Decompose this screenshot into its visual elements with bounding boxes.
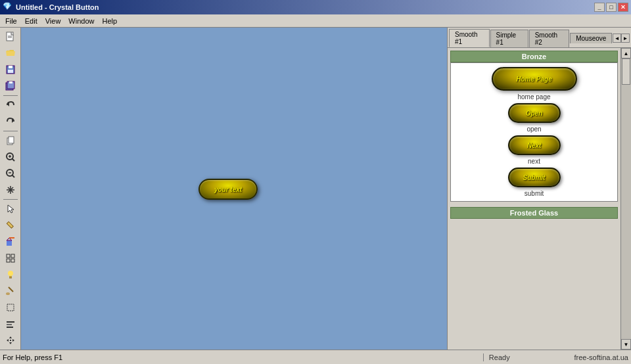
tab-nav-prev[interactable]: ◄ xyxy=(613,34,621,43)
svg-marker-46 xyxy=(12,339,14,342)
status-watermark: free-softina.at.ua xyxy=(574,353,628,361)
style-btn-homepage-text: Home Page xyxy=(516,76,551,83)
menu-window[interactable]: Window xyxy=(64,16,98,26)
separator-2 xyxy=(3,131,18,131)
panel-content: Bronze Home Page home page Open open xyxy=(448,48,631,350)
toolbar xyxy=(0,28,21,350)
svg-rect-27 xyxy=(7,240,12,246)
statusbar: For Help, press F1 Ready free-softina.at… xyxy=(0,350,631,364)
svg-rect-30 xyxy=(7,254,10,258)
menu-file[interactable]: File xyxy=(1,16,21,26)
tool-grid[interactable] xyxy=(3,250,18,266)
minimize-button[interactable]: _ xyxy=(594,3,605,12)
svg-rect-33 xyxy=(11,259,14,262)
app-icon: 💎 xyxy=(3,2,13,12)
tab-simple1[interactable]: Simple #1 xyxy=(490,30,528,47)
tool-redo[interactable] xyxy=(3,114,18,129)
svg-rect-41 xyxy=(7,324,12,325)
homepage-label: home page xyxy=(517,93,550,101)
close-button[interactable]: ✕ xyxy=(618,3,628,12)
titlebar-buttons: _ □ ✕ xyxy=(594,3,628,12)
panel-scrollbar: ▲ ▼ xyxy=(620,48,631,350)
tool-fill[interactable] xyxy=(3,234,18,250)
tool-undo[interactable] xyxy=(3,97,18,113)
style-btn-submit-text: Submit xyxy=(523,174,546,181)
panel-inner: Bronze Home Page home page Open open xyxy=(448,48,620,350)
tool-saveall[interactable] xyxy=(3,78,18,94)
status-ready: Ready free-softina.at.ua xyxy=(484,353,628,361)
bronze-content: Home Page home page Open open Next next xyxy=(450,62,618,202)
menu-help[interactable]: Help xyxy=(98,16,121,26)
tool-save[interactable] xyxy=(3,62,18,78)
titlebar-title: Untitled - Crystal Button xyxy=(16,3,99,11)
scroll-thumb[interactable] xyxy=(622,58,630,85)
tool-lightbulb[interactable] xyxy=(3,267,18,283)
tab-nav-next[interactable]: ► xyxy=(621,34,630,43)
style-btn-homepage[interactable]: Home Page xyxy=(492,67,577,91)
svg-rect-32 xyxy=(7,259,10,262)
submit-label: submit xyxy=(525,190,544,197)
svg-point-38 xyxy=(6,292,10,295)
style-btn-open[interactable]: Open xyxy=(508,103,561,123)
style-btn-open-text: Open xyxy=(526,110,543,117)
menu-edit[interactable]: Edit xyxy=(21,16,41,26)
style-btn-submit[interactable]: Submit xyxy=(508,168,561,187)
tab-smooth1[interactable]: Smooth #1 xyxy=(449,29,490,47)
frosted-section: Frosted Glass xyxy=(450,207,618,219)
scroll-down-button[interactable]: ▼ xyxy=(621,339,631,350)
tool-magic[interactable] xyxy=(3,182,18,198)
svg-rect-39 xyxy=(7,304,14,311)
tab-mouseover[interactable]: Mouseove xyxy=(570,33,612,43)
tool-pencil[interactable] xyxy=(3,217,18,233)
tool-copy[interactable] xyxy=(3,133,18,148)
svg-marker-43 xyxy=(9,336,12,338)
tool-zoom-in[interactable] xyxy=(3,149,18,165)
tool-move[interactable] xyxy=(3,332,18,348)
svg-rect-31 xyxy=(11,254,14,258)
scroll-up-button[interactable]: ▲ xyxy=(621,48,631,58)
svg-line-37 xyxy=(9,287,13,292)
svg-marker-45 xyxy=(7,339,9,342)
svg-rect-12 xyxy=(9,137,14,143)
separator-1 xyxy=(3,95,18,96)
svg-marker-44 xyxy=(9,342,12,344)
svg-rect-47 xyxy=(10,340,11,341)
style-btn-next-text: Next xyxy=(527,142,542,149)
menu-view[interactable]: View xyxy=(41,16,65,26)
frosted-header: Frosted Glass xyxy=(450,207,618,219)
right-panel: Smooth #1 Simple #1 Smooth #2 Mouseove ◄… xyxy=(447,28,631,350)
svg-line-14 xyxy=(12,158,14,161)
svg-rect-40 xyxy=(7,321,14,323)
main-layout: your text Smooth #1 Simple #1 Smooth #2 … xyxy=(0,28,631,350)
titlebar: 💎 Untitled - Crystal Button _ □ ✕ xyxy=(0,0,631,14)
tool-open[interactable] xyxy=(3,45,18,61)
tool-brush[interactable] xyxy=(3,283,18,299)
menubar: File Edit View Window Help xyxy=(0,14,631,28)
tool-new[interactable] xyxy=(3,29,18,45)
open-label: open xyxy=(526,125,541,133)
tool-zoom-out[interactable] xyxy=(3,166,18,181)
svg-point-34 xyxy=(8,271,13,276)
svg-rect-42 xyxy=(7,327,13,328)
canvas-button-text: your text xyxy=(214,186,242,193)
tabs-bar: Smooth #1 Simple #1 Smooth #2 Mouseove ◄… xyxy=(448,28,631,48)
svg-line-18 xyxy=(12,175,14,177)
scroll-track[interactable] xyxy=(621,58,631,339)
svg-rect-8 xyxy=(9,81,12,83)
svg-marker-26 xyxy=(7,228,8,229)
bronze-header: Bronze xyxy=(450,51,618,62)
canvas-button[interactable]: your text xyxy=(199,179,258,200)
svg-rect-5 xyxy=(8,70,13,73)
titlebar-left: 💎 Untitled - Crystal Button xyxy=(3,2,99,12)
maximize-button[interactable]: □ xyxy=(606,3,617,12)
svg-rect-4 xyxy=(9,66,12,68)
tab-smooth2[interactable]: Smooth #2 xyxy=(529,30,570,47)
tool-cursor[interactable] xyxy=(3,201,18,217)
svg-marker-24 xyxy=(8,205,14,213)
tool-select[interactable] xyxy=(3,300,18,315)
style-btn-next[interactable]: Next xyxy=(508,135,561,155)
svg-rect-25 xyxy=(7,221,13,228)
canvas-area[interactable]: your text xyxy=(21,28,447,350)
tool-align[interactable] xyxy=(3,316,18,332)
bronze-section: Bronze Home Page home page Open open xyxy=(450,51,618,202)
